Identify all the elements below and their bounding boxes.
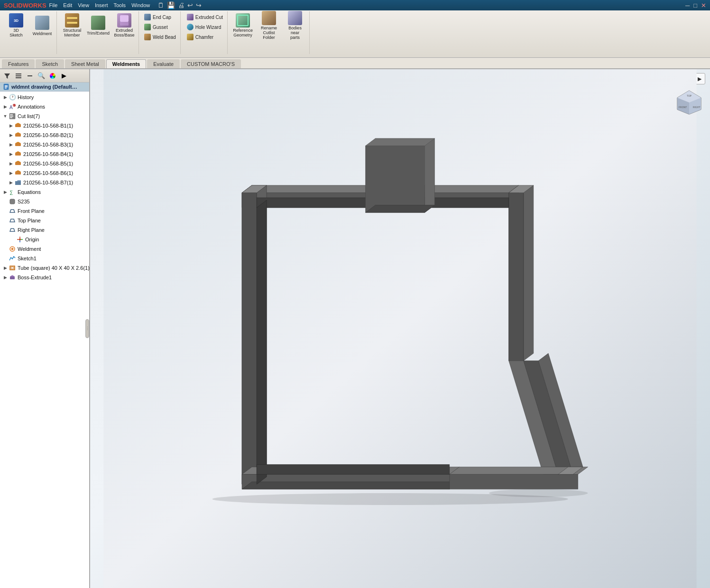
tree-item-weldment-feature[interactable]: Weldment (0, 244, 89, 254)
tree-item-b4[interactable]: ▶ 210256-10-568-B4(1) (0, 149, 89, 159)
bodies-near-button[interactable]: Bodiesnearparts (283, 12, 307, 39)
collapse-all-button[interactable] (25, 71, 35, 81)
close-btn[interactable]: ✕ (701, 2, 706, 9)
title-icon-new[interactable]: 🗒 (157, 1, 164, 9)
tree-item-annotations[interactable]: ▶ A! Annotations (0, 102, 89, 111)
menu-file[interactable]: File (49, 2, 58, 8)
tree-item-front-plane[interactable]: Front Plane (0, 206, 89, 216)
svg-marker-56 (242, 193, 257, 484)
tab-custom-macros[interactable]: CUSTOM MACRO'S (181, 59, 241, 68)
tree-item-b6[interactable]: ▶ 210256-10-568-B6(1) (0, 168, 89, 178)
tree-toggle-b1[interactable]: ▶ (8, 122, 14, 129)
title-icon-save[interactable]: 💾 (167, 1, 175, 9)
history-icon: 🕐 (9, 93, 16, 101)
tree-toggle-cutlist[interactable]: ▼ (2, 113, 9, 119)
structural-member-label: StructuralMember (63, 28, 82, 38)
end-cap-button[interactable]: End Cap (142, 12, 178, 22)
tree-toggle-equations[interactable]: ▶ (2, 189, 9, 195)
b6-icon (14, 169, 22, 177)
search-tree-button[interactable]: 🔍 (36, 71, 46, 81)
menu-edit[interactable]: Edit (63, 2, 72, 8)
menu-bar[interactable]: File Edit View Insert Tools Window (49, 2, 150, 8)
tree-item-b3[interactable]: ▶ 210256-10-568-B3(1) (0, 140, 89, 149)
svg-rect-6 (5, 85, 8, 86)
filter-button[interactable] (2, 71, 12, 81)
color-picker-button[interactable] (47, 71, 58, 81)
tab-weldments[interactable]: Weldments (106, 59, 146, 68)
tree-item-equations[interactable]: ▶ ∑ Equations (0, 187, 89, 197)
menu-insert[interactable]: Insert (95, 2, 108, 8)
tree-toggle-b6[interactable]: ▶ (8, 170, 14, 176)
tab-evaluate[interactable]: Evaluate (147, 59, 180, 68)
menu-view[interactable]: View (78, 2, 89, 8)
extruded-boss-button[interactable]: ExtrudedBoss/Base (112, 12, 137, 39)
tab-sketch[interactable]: Sketch (36, 59, 64, 68)
b1-label: 210256-10-568-B1(1) (23, 123, 73, 129)
maximize-btn[interactable]: □ (693, 2, 697, 9)
svg-marker-21 (15, 142, 21, 143)
chamfer-button[interactable]: Chamfer (184, 32, 225, 42)
tree-toggle-b3[interactable]: ▶ (8, 141, 14, 148)
gusset-label: Gusset (153, 25, 168, 30)
extruded-boss-label: ExtrudedBoss/Base (114, 28, 134, 38)
view-cube-svg[interactable]: TOP FRONT RIGHT (675, 88, 703, 117)
reference-geometry-button[interactable]: ReferenceGeometry (231, 12, 255, 39)
tree-item-boss-extrude1[interactable]: ▶ Boss-Extrude1 (0, 273, 89, 282)
sidebar-resize-handle[interactable]: ⋮ (85, 319, 89, 338)
orientation-cube[interactable]: TOP FRONT RIGHT (675, 88, 703, 117)
extruded-cut-button[interactable]: Extruded Cut (184, 12, 225, 22)
menu-window[interactable]: Window (131, 2, 150, 8)
tree-toggle-annotations[interactable]: ▶ (2, 103, 9, 110)
weldment-button[interactable]: Weldment (30, 12, 55, 39)
title-icon-redo[interactable]: ↪ (196, 1, 202, 9)
tab-features[interactable]: Features (2, 59, 35, 68)
weld-bead-button[interactable]: Weld Bead (142, 32, 178, 42)
tree-item-origin[interactable]: Origin (0, 235, 89, 244)
tree-item-history[interactable]: ▶ 🕐 History (0, 92, 89, 102)
expand-all-button[interactable] (13, 71, 24, 81)
tree-toggle-b7[interactable]: ▶ (8, 179, 14, 186)
svg-rect-20 (15, 143, 21, 146)
tree-item-b7[interactable]: ▶ 210256-10-568-B7(1) (0, 178, 89, 187)
structural-member-button[interactable]: StructuralMember (60, 12, 84, 39)
tree-toggle-history[interactable]: ▶ (2, 94, 9, 101)
3d-viewport[interactable]: 🔍 ⚙ ▶ (90, 69, 710, 588)
tree-toggle-boss-extrude1[interactable]: ▶ (2, 274, 9, 281)
weld-bead-label: Weld Bead (153, 35, 176, 40)
tree-item-right-plane[interactable]: Right Plane (0, 225, 89, 235)
svg-marker-68 (450, 474, 578, 489)
chamfer-label: Chamfer (195, 35, 213, 40)
tree-toggle-tube-square[interactable]: ▶ (2, 265, 9, 271)
minimize-btn[interactable]: ─ (685, 2, 690, 9)
3d-sketch-button[interactable]: 3D 3DSketch (4, 12, 28, 39)
equations-label: Equations (18, 189, 41, 195)
tree-toggle-b5[interactable]: ▶ (8, 160, 14, 167)
title-icon-print[interactable]: 🖨 (178, 1, 184, 9)
gusset-button[interactable]: Gusset (142, 22, 178, 32)
svg-rect-22 (15, 153, 21, 156)
svg-text:A: A (9, 105, 13, 110)
trim-extend-button[interactable]: Trim/Extend (86, 12, 111, 39)
svg-rect-7 (5, 87, 8, 88)
menu-tools[interactable]: Tools (113, 2, 126, 8)
window-controls[interactable]: ─ □ ✕ (685, 2, 706, 9)
tree-item-b2[interactable]: ▶ 210256-10-568-B2(1) (0, 130, 89, 140)
tree-item-sketch1[interactable]: Sketch1 (0, 254, 89, 263)
tree-item-cutlist[interactable]: ▼ Cut list(7) (0, 111, 89, 121)
tree-item-s235[interactable]: S235 (0, 197, 89, 206)
svg-rect-41 (10, 276, 15, 279)
tree-item-b1[interactable]: ▶ 210256-10-568-B1(1) (0, 121, 89, 130)
more-options-button[interactable]: ▶ (59, 71, 69, 81)
tree-item-top-plane[interactable]: Top Plane (0, 216, 89, 225)
svg-marker-25 (15, 161, 21, 162)
tree-item-tube-square[interactable]: ▶ Tube (square) 40 X 40 X 2.6(1) (0, 263, 89, 273)
hole-wizard-button[interactable]: Hole Wizard (184, 22, 225, 32)
tree-toggle-b4[interactable]: ▶ (8, 151, 14, 157)
model-canvas[interactable] (90, 69, 710, 588)
tree-toggle-b2[interactable]: ▶ (8, 132, 14, 138)
rename-cutlist-button[interactable]: RenameCutlistFolder (257, 12, 281, 39)
tree-item-b5[interactable]: ▶ 210256-10-568-B5(1) (0, 159, 89, 168)
tab-sheet-metal[interactable]: Sheet Metal (65, 59, 105, 68)
svg-text:RIGHT: RIGHT (693, 106, 701, 109)
title-icon-undo[interactable]: ↩ (187, 1, 193, 9)
